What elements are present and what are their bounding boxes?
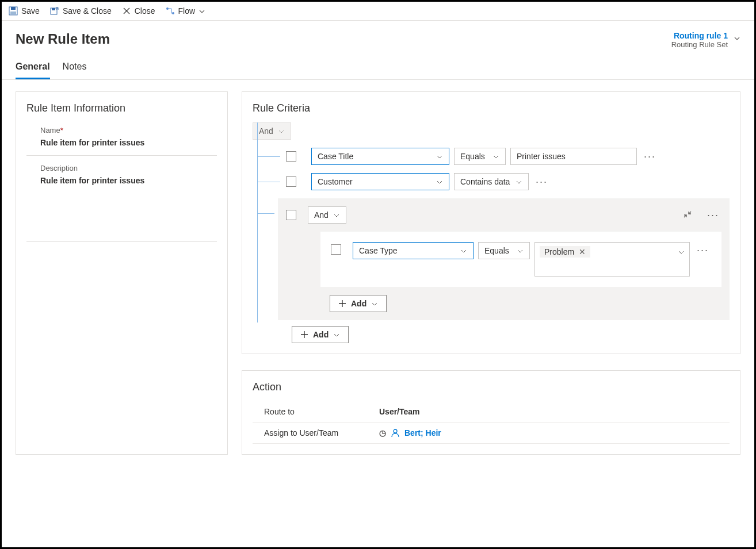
action-title: Action	[253, 381, 730, 393]
description-label: Description	[40, 164, 217, 172]
assign-value: Bert; Heir	[404, 428, 441, 437]
field-picker[interactable]: Case Type	[353, 242, 474, 259]
chevron-down-icon	[460, 247, 467, 254]
group-more-icon[interactable]: ···	[705, 209, 721, 221]
person-icon	[391, 428, 400, 437]
row-checkbox[interactable]	[286, 176, 296, 187]
description-field[interactable]: Description Rule item for printer issues	[26, 164, 217, 242]
info-section-title: Rule Item Information	[26, 102, 217, 114]
plus-icon	[300, 331, 308, 339]
operator-picker[interactable]: Equals	[478, 242, 530, 259]
tag-label: Problem	[544, 247, 574, 256]
tag-remove-icon[interactable]: ✕	[579, 247, 586, 256]
add-condition-button[interactable]: Add	[292, 326, 349, 343]
condition-row: Customer Contains data ···	[286, 173, 730, 190]
flow-button[interactable]: Flow	[166, 6, 206, 16]
group-op-label: And	[314, 210, 329, 220]
chevron-down-icon	[517, 247, 524, 254]
row-checkbox[interactable]	[286, 151, 296, 162]
row-more-icon[interactable]: ···	[533, 176, 550, 188]
chevron-down-icon	[516, 178, 522, 185]
rule-criteria-section: Rule Criteria And Case Title Equals	[242, 91, 740, 354]
add-label: Add	[351, 299, 366, 308]
add-condition-button[interactable]: Add	[330, 295, 387, 312]
svg-point-6	[172, 12, 174, 14]
flow-icon	[166, 6, 175, 16]
op-label: Equals	[460, 152, 485, 161]
right-column: Rule Criteria And Case Title Equals	[242, 91, 740, 455]
chevron-down-icon	[198, 7, 205, 14]
root-operator[interactable]: And	[253, 122, 291, 140]
svg-point-7	[394, 429, 397, 433]
description-value: Rule item for printer issues	[40, 176, 217, 185]
recent-icon: ◷	[379, 428, 386, 437]
chevron-down-icon[interactable]	[734, 34, 740, 41]
value-tag: Problem ✕	[540, 246, 590, 258]
chevron-down-icon	[278, 128, 285, 135]
name-label: Name*	[40, 126, 217, 135]
route-label: Route to	[264, 407, 356, 416]
route-to-field[interactable]: Route to User/Team	[253, 401, 730, 423]
svg-rect-2	[10, 11, 16, 14]
routing-rule-sub: Routing Rule Set	[671, 40, 728, 49]
value-input[interactable]: Printer issues	[510, 148, 637, 165]
name-field[interactable]: Name* Rule item for printer issues	[26, 126, 217, 156]
form-header: New Rule Item Routing rule 1 Routing Rul…	[2, 21, 754, 49]
tab-general[interactable]: General	[16, 62, 50, 79]
close-icon	[122, 6, 131, 16]
close-label: Close	[135, 6, 155, 16]
criteria-tree: And Case Title Equals	[257, 122, 730, 343]
name-value: Rule item for printer issues	[40, 138, 217, 147]
value-lookup[interactable]: Problem ✕	[534, 242, 690, 277]
flow-label: Flow	[178, 6, 196, 16]
field-label: Customer	[318, 177, 353, 186]
row-more-icon[interactable]: ···	[642, 151, 658, 163]
collapse-icon[interactable]	[683, 210, 692, 221]
command-bar: Save Save & Close Close Flow	[2, 2, 754, 21]
route-value: User/Team	[379, 407, 420, 416]
operator-picker[interactable]: Equals	[454, 148, 506, 165]
tab-notes[interactable]: Notes	[63, 62, 87, 79]
assign-field[interactable]: Assign to User/Team ◷ Bert; Heir	[253, 423, 730, 444]
close-button[interactable]: Close	[122, 6, 155, 16]
chevron-down-icon	[333, 331, 340, 338]
plus-icon	[338, 300, 346, 308]
field-picker[interactable]: Case Title	[311, 148, 449, 165]
criteria-title: Rule Criteria	[253, 102, 730, 114]
routing-rule-link[interactable]: Routing rule 1	[671, 31, 728, 40]
chevron-down-icon	[371, 300, 378, 307]
svg-rect-4	[52, 8, 55, 10]
operator-picker[interactable]: Contains data	[454, 173, 529, 190]
save-close-button[interactable]: Save & Close	[50, 6, 112, 16]
nested-group: And ··· Case Type	[278, 198, 730, 320]
page-title-wrap: New Rule Item	[16, 31, 110, 47]
save-icon	[9, 6, 18, 16]
save-close-label: Save & Close	[63, 6, 112, 16]
op-label: Equals	[484, 246, 509, 255]
save-close-icon	[50, 6, 59, 16]
rule-item-info-section: Rule Item Information Name* Rule item fo…	[16, 91, 228, 455]
chevron-down-icon	[333, 212, 340, 218]
chevron-down-icon	[492, 153, 499, 160]
page-title: New Rule Item	[16, 31, 110, 47]
field-label: Case Type	[359, 246, 398, 255]
form-body: Rule Item Information Name* Rule item fo…	[2, 80, 754, 466]
chevron-down-icon	[678, 248, 685, 255]
field-picker[interactable]: Customer	[311, 173, 449, 190]
save-button[interactable]: Save	[9, 6, 40, 16]
row-more-icon[interactable]: ···	[694, 244, 711, 256]
save-label: Save	[21, 6, 40, 16]
add-label: Add	[313, 330, 329, 339]
chevron-down-icon	[436, 153, 443, 160]
chevron-down-icon	[436, 178, 443, 185]
group-operator[interactable]: And	[308, 206, 346, 224]
field-label: Case Title	[318, 152, 353, 161]
tab-bar: General Notes	[2, 49, 754, 80]
group-checkbox[interactable]	[286, 210, 296, 220]
row-checkbox[interactable]	[331, 244, 341, 255]
condition-row: Case Title Equals Printer issues ···	[286, 148, 730, 165]
op-label: Contains data	[460, 177, 510, 186]
root-op-label: And	[259, 126, 273, 136]
svg-rect-1	[11, 7, 16, 10]
value-text: Printer issues	[517, 152, 566, 161]
